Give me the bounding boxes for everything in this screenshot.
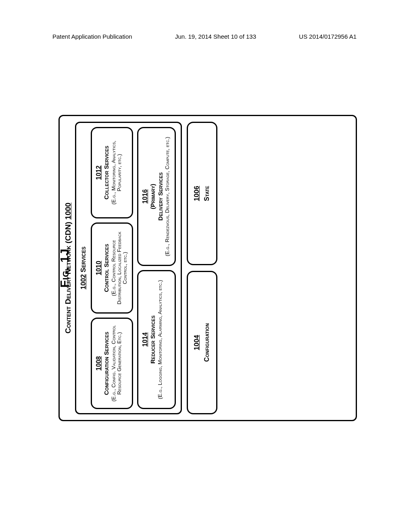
svc-delivery-desc: (E.g., Rendezvous, Delivery, Storage, Co… xyxy=(165,137,170,256)
cdn-title-text: Content Delivery Network (CDN) xyxy=(64,222,72,333)
svc-configuration-num: 1008 xyxy=(95,356,102,371)
svc-control-num: 1010 xyxy=(95,261,102,275)
svc-reducer-num: 1014 xyxy=(142,332,149,347)
page-header: Patent Application Publication Jun. 19, … xyxy=(0,33,413,40)
svc-collector: 1012 Collector Services (E.g., Monitorin… xyxy=(91,127,133,218)
box-state-num: 1006 xyxy=(193,125,201,262)
svc-delivery-primary: (Primary) xyxy=(150,184,156,209)
svc-collector-num: 1012 xyxy=(95,166,102,180)
box-state: 1006 State xyxy=(187,122,217,265)
svc-reducer-name: Reducer Services xyxy=(150,316,156,364)
svc-configuration: 1008 Configuration Services (E.g., Confi… xyxy=(91,318,133,409)
svc-reducer-desc: (E.g., Logging, Monitoring, Alarming, An… xyxy=(157,280,163,399)
cdn-title: Content Delivery Network (CDN) 1000 xyxy=(64,122,73,414)
svc-reducer: 1014 Reducer Services (E.g., Logging, Mo… xyxy=(137,270,175,409)
diagram-rotated: Content Delivery Network (CDN) 1000 1002… xyxy=(54,111,361,425)
services-row-1: 1008 Configuration Services (E.g., Confi… xyxy=(91,127,133,409)
svc-control: 1010 Control Services (E.g., Control Res… xyxy=(91,222,133,314)
services-label: Services xyxy=(79,247,87,272)
svc-configuration-name: Configuration Services xyxy=(103,332,110,395)
box-state-label: State xyxy=(203,125,211,262)
box-configuration: 1004 Configuration xyxy=(187,271,217,414)
bottom-row: 1004 Configuration 1006 State xyxy=(187,122,217,414)
svc-delivery-num: 1016 xyxy=(142,189,149,204)
services-title: 1002 Services xyxy=(79,127,88,409)
cdn-title-num: 1000 xyxy=(64,203,72,220)
svc-configuration-desc: (E.g., Config. Validation, Control Resou… xyxy=(111,321,123,405)
box-configuration-num: 1004 xyxy=(193,274,201,411)
svc-collector-desc: (E.g., Monitoring, Analytics, Popularity… xyxy=(111,131,123,215)
svc-collector-name: Collector Services xyxy=(103,146,110,200)
header-right: US 2014/0172956 A1 xyxy=(299,33,357,40)
box-configuration-label: Configuration xyxy=(203,274,211,411)
svc-control-name: Control Services xyxy=(103,244,110,292)
cdn-outer-box: Content Delivery Network (CDN) 1000 1002… xyxy=(58,115,357,421)
services-num: 1002 xyxy=(79,274,87,289)
svc-delivery: 1016 (Primary) Delivery Services (E.g., … xyxy=(137,127,175,266)
services-row-2: 1014 Reducer Services (E.g., Logging, Mo… xyxy=(137,127,175,409)
header-mid: Jun. 19, 2014 Sheet 10 of 133 xyxy=(175,33,256,40)
svc-delivery-name: Delivery Services xyxy=(157,172,164,221)
services-box: 1002 Services 1008 Configuration Service… xyxy=(75,122,182,414)
header-left: Patent Application Publication xyxy=(52,33,132,40)
svc-control-desc: (E.g., Control Resource Distribution, Lo… xyxy=(111,226,128,310)
figure-area: Content Delivery Network (CDN) 1000 1002… xyxy=(52,109,363,427)
